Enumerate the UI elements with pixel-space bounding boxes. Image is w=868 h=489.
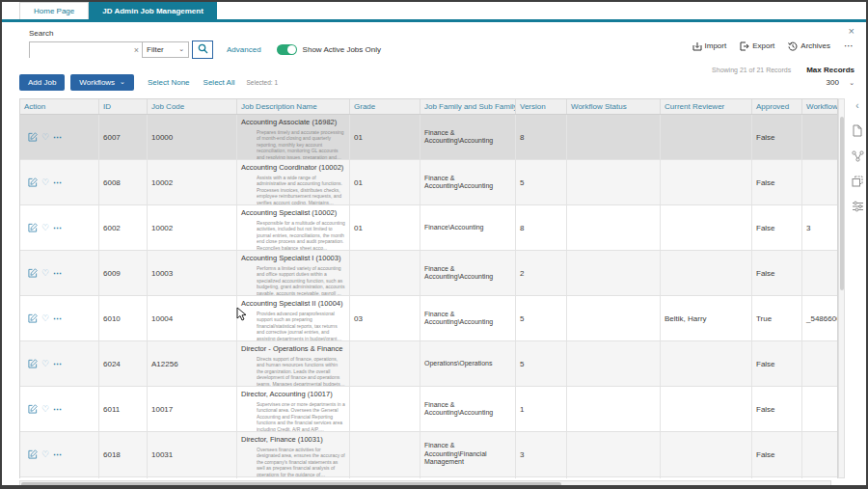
row-more-icon[interactable]: ⋯ [53, 268, 63, 278]
job-title[interactable]: Director, Finance (10031) [241, 435, 345, 444]
add-job-button[interactable]: Add Job [19, 74, 65, 91]
row-more-icon[interactable]: ⋯ [53, 223, 63, 232]
horizontal-scrollbar-thumb[interactable] [21, 482, 561, 487]
table-row[interactable]: ♡ ⋯ 6010 10004 Accounting Specialist II … [20, 296, 837, 341]
favorite-heart-icon[interactable]: ♡ [41, 360, 49, 368]
table-row[interactable]: ♡ ⋯ 6008 10002 Accounting Coordinator (1… [20, 160, 837, 205]
horizontal-scrollbar[interactable] [19, 480, 831, 488]
edit-icon[interactable] [28, 177, 38, 187]
favorite-heart-icon[interactable]: ♡ [41, 269, 49, 278]
job-title[interactable]: Accounting Specialist (10002) [241, 208, 345, 217]
document-icon[interactable] [852, 124, 863, 137]
cell-job-description[interactable]: Finance Analyst Sr (A0123) [237, 477, 350, 478]
table-row[interactable]: ♡ ⋯ 6011 10017 Director, Accounting (100… [20, 387, 837, 432]
vertical-scrollbar[interactable] [838, 98, 845, 478]
search-label: Search [29, 29, 866, 38]
cell-job-description[interactable]: Director - Operations & Finance Directs … [237, 341, 350, 386]
cell-approved: False [752, 251, 802, 295]
edit-icon[interactable] [28, 268, 38, 278]
col-header-current-reviewer[interactable]: Current Reviewer [661, 99, 752, 114]
table-row[interactable]: ♡ ⋯ Finance Analyst Sr (A0123) [20, 477, 837, 478]
cell-job-family: Finance & Accounting\Accounting [420, 296, 516, 340]
cell-workflow-pri [802, 160, 838, 204]
row-actions: ♡ ⋯ [20, 251, 99, 295]
more-menu-icon[interactable]: ⋯ [844, 41, 854, 51]
vertical-scrollbar-thumb[interactable] [840, 117, 844, 290]
col-header-job-code[interactable]: Job Code [148, 99, 237, 114]
table-row[interactable]: ♡ ⋯ 6018 10031 Director, Finance (10031)… [20, 432, 837, 477]
clear-search-icon[interactable]: × [134, 45, 139, 55]
row-actions: ♡ ⋯ [20, 115, 99, 159]
col-header-grade[interactable]: Grade [350, 99, 420, 114]
job-title[interactable]: Accounting Coordinator (10002) [241, 163, 345, 172]
job-title[interactable]: Accounting Associate (16982) [241, 118, 345, 126]
job-title[interactable]: Director, Accounting (10017) [241, 390, 345, 398]
edit-icon[interactable] [28, 223, 38, 232]
edit-icon[interactable] [28, 404, 38, 414]
col-header-workflow-status[interactable]: Workflow Status [567, 99, 661, 114]
records-block: Showing 21 of 21 Records Max Records 300… [712, 66, 854, 87]
row-more-icon[interactable]: ⋯ [53, 313, 63, 323]
search-button[interactable] [192, 41, 213, 59]
cell-workflow-pri: _54866002 [802, 296, 838, 340]
cell-current-reviewer [661, 432, 752, 476]
cell-version: 8 [516, 205, 567, 250]
table-row[interactable]: ♡ ⋯ 6002 10002 Accounting Specialist (10… [20, 205, 837, 251]
col-header-action[interactable]: Action [20, 99, 99, 114]
favorite-heart-icon[interactable]: ♡ [41, 178, 49, 187]
filter-dropdown[interactable]: Filter ⌄ [143, 41, 189, 58]
col-header-job-family[interactable]: Job Family and Sub Family [420, 99, 516, 114]
cell-job-description[interactable]: Director, Accounting (10017) Supervises … [237, 387, 350, 431]
col-header-id[interactable]: ID [99, 99, 148, 114]
job-title[interactable]: Accounting Specialist II (10004) [241, 299, 345, 308]
active-jobs-toggle[interactable] [277, 44, 297, 55]
edit-icon[interactable] [28, 449, 38, 459]
cell-job-description[interactable]: Accounting Specialist I (10003) Performs… [237, 251, 350, 295]
col-header-workflow-pri[interactable]: Workflow Pri [802, 99, 838, 114]
favorite-heart-icon[interactable]: ♡ [41, 405, 49, 414]
advanced-link[interactable]: Advanced [227, 45, 261, 54]
max-records-dropdown[interactable]: 300 ⌄ [712, 78, 854, 87]
workflows-button[interactable]: Workflows ⌄ [70, 74, 134, 91]
table-row[interactable]: ♡ ⋯ 6024 A12256 Director - Operations & … [20, 341, 837, 387]
row-more-icon[interactable]: ⋯ [53, 359, 63, 368]
row-actions: ♡ ⋯ [20, 341, 99, 386]
settings-sliders-icon[interactable] [852, 201, 864, 212]
favorite-heart-icon[interactable]: ♡ [41, 314, 49, 323]
collapse-chevron-icon[interactable]: ‹ [855, 100, 858, 111]
col-header-version[interactable]: Version [516, 99, 567, 114]
cell-job-description[interactable]: Accounting Specialist (10002) Responsibl… [237, 205, 350, 250]
export-button[interactable]: Export [740, 41, 774, 51]
favorite-heart-icon[interactable]: ♡ [41, 133, 49, 142]
col-header-job-description-name[interactable]: Job Description Name [237, 99, 350, 114]
edit-icon[interactable] [28, 132, 38, 142]
edit-icon[interactable] [28, 359, 38, 368]
workflow-icon[interactable] [852, 150, 864, 162]
archives-button[interactable]: Archives [788, 41, 830, 51]
row-more-icon[interactable]: ⋯ [53, 404, 63, 414]
cell-job-description[interactable]: Director, Finance (10031) Oversees finan… [237, 432, 350, 476]
search-input[interactable] [30, 46, 142, 61]
favorite-heart-icon[interactable]: ♡ [41, 450, 49, 459]
table-row[interactable]: ♡ ⋯ 6009 10003 Accounting Specialist I (… [20, 251, 837, 296]
cell-job-description[interactable]: Accounting Specialist II (10004) Provide… [237, 296, 350, 340]
copy-icon[interactable] [852, 176, 863, 187]
cell-approved: False [752, 115, 802, 159]
row-more-icon[interactable]: ⋯ [53, 177, 63, 187]
cell-job-description[interactable]: Accounting Coordinator (10002) Assists w… [237, 160, 350, 204]
job-title[interactable]: Accounting Specialist I (10003) [241, 254, 345, 262]
favorite-heart-icon[interactable]: ♡ [41, 224, 49, 232]
edit-icon[interactable] [28, 313, 38, 323]
select-all-link[interactable]: Select All [203, 78, 235, 87]
table-row[interactable]: ♡ ⋯ 6007 10000 Accounting Associate (169… [20, 115, 837, 160]
cell-job-description[interactable]: Accounting Associate (16982) Prepares ti… [237, 115, 350, 159]
row-more-icon[interactable]: ⋯ [53, 132, 63, 142]
select-none-link[interactable]: Select None [148, 78, 190, 87]
job-title[interactable]: Director - Operations & Finance [241, 344, 345, 353]
row-more-icon[interactable]: ⋯ [53, 449, 63, 459]
import-button[interactable]: Import [692, 41, 727, 51]
tab-jd-admin-job-management[interactable]: JD Admin Job Management [89, 2, 217, 19]
tab-home-page[interactable]: Home Page [19, 2, 89, 19]
cell-approved: False [752, 160, 802, 204]
col-header-approved[interactable]: Approved [752, 99, 802, 114]
